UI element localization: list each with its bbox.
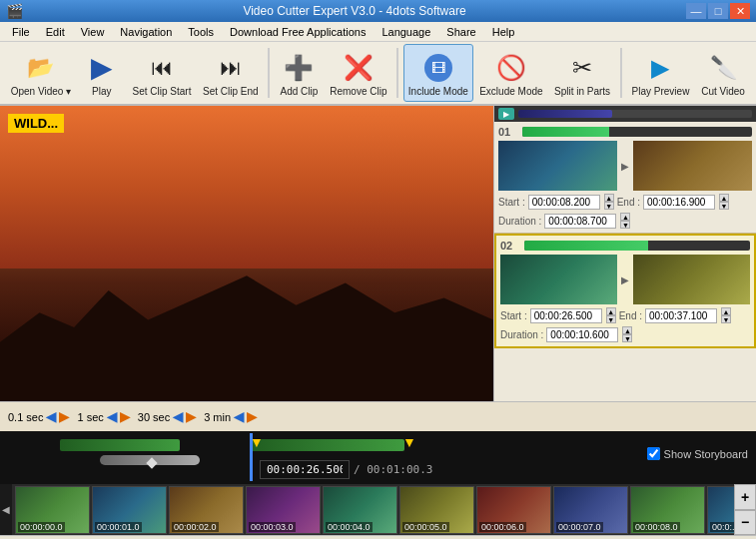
zoom-30sec-prev[interactable]: ◀ [173,409,183,424]
remove-clip-button[interactable]: ❌ Remove Clip [325,44,391,102]
clip-02-number: 02 [500,240,520,252]
clip-02-end-down[interactable]: ▼ [721,315,731,323]
clip-01-dur-up[interactable]: ▲ [620,213,630,221]
menu-tools[interactable]: Tools [180,24,222,40]
split-in-parts-button[interactable]: ✂ Split in Parts [549,44,615,102]
zoom-1sec-next[interactable]: ▶ [120,409,130,424]
clip-02-progress [524,241,750,251]
app-icon: 🎬 [6,3,23,19]
menu-view[interactable]: View [73,24,113,40]
clip-02-end-input[interactable] [645,308,717,323]
zoom-1sec-prev[interactable]: ◀ [107,409,117,424]
exclude-mode-icon: 🚫 [493,50,529,86]
zoom-1sec-label: 1 sec [77,411,103,423]
close-button[interactable]: ✕ [730,3,750,19]
menu-file[interactable]: File [4,24,38,40]
mountain-layer [0,254,493,401]
clip-01-end-input[interactable] [643,195,715,210]
clip-02-end-label: End : [619,310,642,321]
filmstrip-zoom-controls: + − [734,484,756,535]
filmstrip-zoom-out[interactable]: − [734,510,756,536]
open-video-icon: 📂 [23,50,59,86]
timeline-track[interactable]: ▼ ▼ / 00:01:00.3 Show Storyboard [0,431,756,483]
menu-share[interactable]: Share [438,24,483,40]
clip-item-01: 01 ▶ Start : ▲ ▼ End : ▲ [494,122,756,234]
clip-01-start-input[interactable] [528,195,600,210]
cut-video-button[interactable]: 🔪 Cut Video [696,44,750,102]
film-frame-7: 00:00:07.0 [553,486,628,534]
menu-edit[interactable]: Edit [38,24,73,40]
menu-language[interactable]: Language [374,24,438,40]
add-clip-button[interactable]: ➕ Add Clip [275,44,323,102]
clip-01-end-down[interactable]: ▼ [719,202,729,210]
clip-01-region [60,439,180,451]
zoom-30sec-next[interactable]: ▶ [186,409,196,424]
include-mode-button[interactable]: 🎞 Include Mode [403,44,472,102]
zoom-3min-prev[interactable]: ◀ [234,409,244,424]
clip-01-progress [522,127,752,137]
total-duration-display: / 00:01:00.3 [354,463,432,476]
clip-02-duration-input[interactable] [546,327,618,342]
clip-01-duration-input[interactable] [544,214,616,229]
zoom-group-30sec: 30 sec ◀ ▶ [138,409,196,424]
open-video-button[interactable]: 📂 Open Video ▾ [6,44,76,102]
clip-02-start-label: Start : [500,310,527,321]
film-frame-8: 00:00:08.0 [630,486,705,534]
add-clip-icon: ➕ [281,50,317,86]
current-time-input[interactable] [260,460,350,479]
film-time-0: 00:00:00.0 [18,522,65,532]
add-clip-label: Add Clip [280,86,318,97]
play-preview-label: Play Preview [632,86,690,97]
clip-02-divider: ▶ [619,255,631,304]
clip-02-end-up[interactable]: ▲ [721,307,731,315]
video-frame: WILD... [0,106,493,401]
clip-02-start-input[interactable] [530,308,602,323]
clip-01-start-up[interactable]: ▲ [604,194,614,202]
progress-fill [518,110,612,118]
clip-02-dur-up[interactable]: ▲ [622,326,632,334]
clip-01-dur-down[interactable]: ▼ [620,221,630,229]
menu-help[interactable]: Help [484,24,523,40]
clip-01-start-down[interactable]: ▼ [604,202,614,210]
clip-01-duration-row: Duration : ▲ ▼ [498,213,752,229]
main-progress-bar: ▶ [494,106,756,122]
clip-02-dur-down[interactable]: ▼ [622,334,632,342]
main-content: WILD... ▶ 01 ▶ Start : [0,106,756,401]
menu-download[interactable]: Download Free Applications [222,24,374,40]
clip-02-start-up[interactable]: ▲ [606,307,616,315]
include-mode-icon: 🎞 [420,50,456,86]
show-storyboard-checkbox[interactable] [647,447,660,460]
zoom-3min-next[interactable]: ▶ [247,409,257,424]
clip-panel: ▶ 01 ▶ Start : ▲ [493,106,756,401]
play-preview-button[interactable]: ▶ Play Preview [627,44,694,102]
window-title: Video Cutter Expert V3.0 - 4dots Softwar… [23,4,686,18]
set-clip-end-button[interactable]: ⏭ Set Clip End [198,44,263,102]
sky-layer [0,106,493,269]
film-time-4: 00:00:04.0 [326,522,373,532]
maximize-button[interactable]: □ [708,3,728,19]
minimize-button[interactable]: — [686,3,706,19]
play-button[interactable]: ▶ Play [78,44,126,102]
set-clip-end-label: Set Clip End [203,86,259,97]
zoom-01sec-prev[interactable]: ◀ [46,409,56,424]
film-frame-0: 00:00:00.0 [15,486,90,534]
clip-02-start-down[interactable]: ▼ [606,315,616,323]
filmstrip-zoom-in[interactable]: + [734,484,756,510]
play-label: Play [92,86,111,97]
clip-01-end-spinner: ▲ ▼ [719,194,729,210]
clip-01-end-up[interactable]: ▲ [719,194,729,202]
film-frame-3: 00:00:03.0 [246,486,321,534]
clip-item-02: 02 ▶ Start : ▲ ▼ End : ▲ [494,234,756,348]
zoom-01sec-next[interactable]: ▶ [59,409,69,424]
bottom-bar: Output Folder : Same as Video Folder ...… [0,535,756,539]
set-clip-start-button[interactable]: ⏮ Set Clip Start [128,44,196,102]
play-icon: ▶ [84,50,120,86]
exclude-mode-button[interactable]: 🚫 Exclude Mode [475,44,548,102]
split-in-parts-label: Split in Parts [554,86,610,97]
filmstrip-scroll-left[interactable]: ◀ [0,484,12,535]
film-time-3: 00:00:03.0 [249,522,296,532]
main-play-btn[interactable]: ▶ [498,108,514,120]
toolbar-separator-3 [620,48,622,98]
menu-navigation[interactable]: Navigation [112,24,180,40]
filmstrip: ◀ 00:00:00.0 00:00:01.0 00:00:02.0 00:00… [0,483,756,535]
